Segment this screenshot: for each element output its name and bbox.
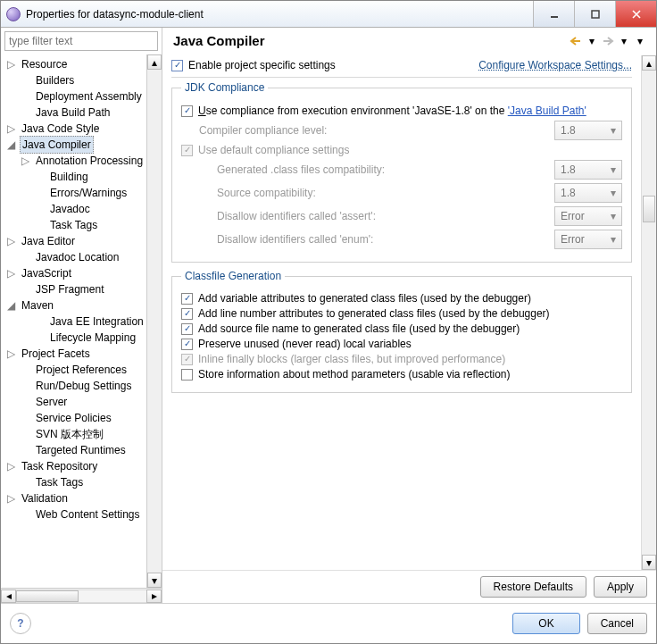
view-menu-icon[interactable]: ▾ [633, 34, 647, 48]
scroll-right-icon[interactable]: ▸ [146, 590, 162, 603]
tree-item[interactable]: ▷Project Facets [1, 346, 146, 362]
tree-item[interactable]: Task Tags [1, 474, 146, 490]
tree-item-label: Java Compiler [20, 136, 94, 154]
inline-finally-label: Inline finally blocks (larger class file… [198, 353, 505, 365]
tree-item[interactable]: ▷Annotation Processing [1, 153, 146, 169]
tree-item-label: Deployment Assembly [34, 88, 144, 105]
sidebar-vscrollbar[interactable]: ▴ ▾ [146, 54, 162, 588]
close-button[interactable] [615, 1, 656, 27]
help-button[interactable]: ? [10, 613, 31, 634]
tree-item-label: Task Repository [20, 458, 99, 474]
use-exec-env-checkbox[interactable] [181, 105, 193, 117]
forward-button[interactable] [601, 34, 615, 48]
tree-item[interactable]: Errors/Warnings [1, 185, 146, 201]
tree-item[interactable]: Java EE Integration [1, 314, 146, 330]
tree-item[interactable]: Javadoc Location [1, 249, 146, 265]
configure-workspace-link[interactable]: Configure Workspace Settings... [478, 59, 632, 71]
tree-item[interactable]: ▷JavaScript [1, 265, 146, 281]
back-button[interactable] [569, 34, 583, 48]
tree-item[interactable]: Task Tags [1, 217, 146, 233]
tree-item[interactable]: Run/Debug Settings [1, 378, 146, 394]
tree-item[interactable]: ◢Java Compiler [1, 137, 146, 153]
back-menu-icon[interactable]: ▾ [585, 34, 599, 48]
twisty-closed-icon[interactable]: ▷ [21, 156, 30, 166]
tree-item[interactable]: ▷Validation [1, 490, 146, 506]
add-variable-attrs-checkbox[interactable] [181, 293, 193, 305]
use-default-compliance-label: Use default compliance settings [198, 144, 349, 156]
tree-item[interactable]: ▷Java Editor [1, 233, 146, 249]
tree-item[interactable]: SVN 版本控制 [1, 426, 146, 442]
classfile-generation-legend: Classfile Generation [181, 270, 285, 282]
tree-item-label: Maven [20, 297, 55, 314]
sidebar: ▷Resource Builders Deployment Assembly J… [1, 28, 162, 603]
use-default-compliance-checkbox[interactable] [181, 145, 193, 156]
scroll-down-icon[interactable]: ▾ [147, 573, 162, 588]
tree-item[interactable]: ▷Java Code Style [1, 121, 146, 137]
tree-item[interactable]: ▷Task Repository [1, 458, 146, 474]
jdk-compliance-group: JDK Compliance Use compliance from execu… [171, 81, 632, 263]
compiler-level-label: Compiler compliance level: [199, 124, 554, 137]
source-compat-combo[interactable]: 1.8▾ [554, 183, 622, 203]
compiler-level-combo[interactable]: 1.8▾ [554, 121, 622, 140]
twisty-none [35, 317, 45, 327]
scroll-up-icon[interactable]: ▴ [147, 54, 162, 70]
forward-menu-icon[interactable]: ▾ [617, 34, 631, 48]
tree-item[interactable]: Service Policies [1, 410, 146, 426]
tree-item[interactable]: Javadoc [1, 201, 146, 217]
java-build-path-link[interactable]: 'Java Build Path' [508, 105, 586, 117]
tree-item[interactable]: Builders [1, 72, 146, 88]
tree-item[interactable]: ▷Resource [1, 56, 146, 72]
add-source-name-label: Add source file name to generated class … [198, 322, 520, 335]
tree-item-label: Task Tags [34, 474, 85, 490]
sidebar-hscrollbar[interactable]: ◂ ▸ [1, 588, 162, 603]
tree-item[interactable]: ◢Maven [1, 297, 146, 314]
twisty-closed-icon[interactable]: ▷ [6, 237, 16, 247]
twisty-closed-icon[interactable]: ▷ [6, 462, 16, 472]
tree-item[interactable]: Java Build Path [1, 105, 146, 121]
twisty-closed-icon[interactable]: ▷ [6, 60, 16, 70]
inline-finally-checkbox[interactable] [181, 354, 193, 365]
scroll-left-icon[interactable]: ◂ [1, 590, 16, 603]
tree-item-label: Task Tags [48, 217, 99, 233]
ok-button[interactable]: OK [512, 613, 579, 634]
tree-item[interactable]: Server [1, 394, 146, 410]
gen-class-compat-label: Generated .class files compatibility: [217, 163, 554, 176]
add-source-name-checkbox[interactable] [181, 323, 193, 335]
tree-item-label: Server [34, 394, 69, 410]
tree-item-label: Project References [34, 362, 129, 378]
filter-input[interactable] [4, 31, 158, 51]
tree-item[interactable]: Lifecycle Mapping [1, 330, 146, 346]
twisty-none [21, 414, 30, 423]
store-method-params-checkbox[interactable] [181, 369, 193, 381]
tree-item[interactable]: Building [1, 169, 146, 185]
tree-item[interactable]: JSP Fragment [1, 281, 146, 297]
twisty-closed-icon[interactable]: ▷ [6, 269, 16, 279]
cancel-button[interactable]: Cancel [587, 613, 647, 634]
tree-item-label: Project Facets [20, 346, 92, 362]
gen-class-compat-combo[interactable]: 1.8▾ [554, 160, 622, 180]
preserve-unused-checkbox[interactable] [181, 339, 193, 350]
twisty-closed-icon[interactable]: ▷ [6, 349, 16, 359]
restore-defaults-button[interactable]: Restore Defaults [480, 576, 586, 598]
enable-project-specific-checkbox[interactable] [171, 60, 183, 71]
add-line-numbers-checkbox[interactable] [181, 308, 193, 320]
content-scroll-down-icon[interactable]: ▾ [642, 555, 656, 570]
twisty-closed-icon[interactable]: ▷ [6, 124, 16, 134]
maximize-button[interactable] [574, 1, 615, 27]
twisty-closed-icon[interactable]: ▷ [6, 494, 16, 504]
disallow-enum-combo[interactable]: Error▾ [554, 230, 622, 249]
tree-item-label: Web Content Settings [34, 506, 142, 523]
tree-item[interactable]: Targeted Runtimes [1, 442, 146, 458]
twisty-open-icon[interactable]: ◢ [6, 140, 16, 150]
disallow-assert-combo[interactable]: Error▾ [554, 206, 622, 226]
content-vscrollbar[interactable]: ▴ ▾ [641, 55, 656, 570]
tree-item[interactable]: Project References [1, 362, 146, 378]
tree-item[interactable]: Web Content Settings [1, 506, 146, 523]
preference-tree[interactable]: ▷Resource Builders Deployment Assembly J… [1, 54, 146, 588]
tree-item[interactable]: Deployment Assembly [1, 88, 146, 105]
add-variable-attrs-label: Add variable attributes to generated cla… [198, 292, 531, 305]
twisty-open-icon[interactable]: ◢ [6, 301, 16, 311]
apply-button[interactable]: Apply [594, 576, 647, 598]
minimize-button[interactable] [533, 1, 574, 27]
content-scroll-up-icon[interactable]: ▴ [642, 55, 656, 71]
